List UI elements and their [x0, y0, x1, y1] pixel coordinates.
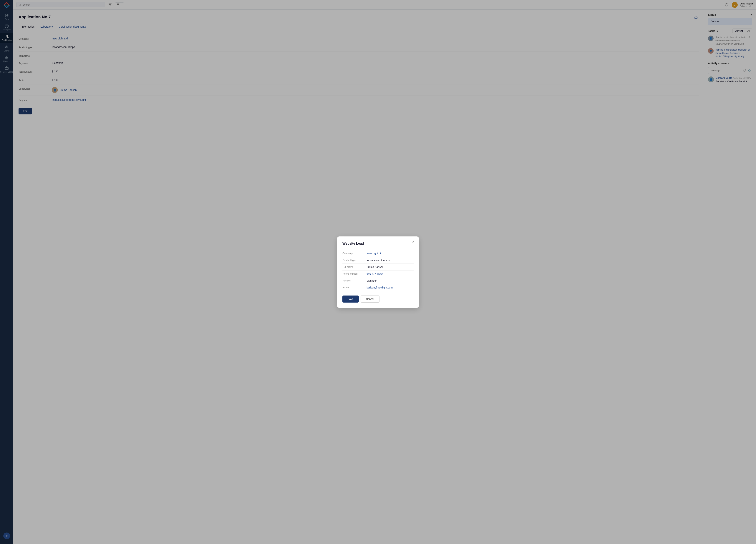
modal-phone-label: Phone number [342, 272, 367, 275]
modal-company-value[interactable]: New Light Ltd. [367, 252, 383, 255]
modal-title: Website Lead [342, 242, 414, 246]
modal: Website Lead × Company New Light Ltd. Pr… [337, 237, 419, 308]
modal-row-email: E-mail karlson@newlight.com [342, 284, 414, 291]
modal-email-value[interactable]: karlson@newlight.com [367, 286, 393, 289]
modal-actions: Save Cancel [342, 295, 414, 302]
modal-company-label: Company [342, 252, 367, 255]
modal-email-label: E-mail [342, 286, 367, 289]
modal-full-name-value: Emma Karlson [367, 266, 384, 269]
modal-row-product-type: Product type Incandescent lamps [342, 257, 414, 264]
modal-row-full-name: Full Name Emma Karlson [342, 264, 414, 271]
modal-full-name-label: Full Name [342, 266, 367, 268]
modal-row-position: Position Manager [342, 277, 414, 284]
modal-save-button[interactable]: Save [342, 295, 359, 302]
modal-overlay[interactable]: Website Lead × Company New Light Ltd. Pr… [0, 0, 756, 544]
modal-phone-value[interactable]: 646-777-1542 [367, 272, 383, 275]
modal-row-company: Company New Light Ltd. [342, 250, 414, 257]
modal-position-label: Position [342, 279, 367, 282]
modal-close-button[interactable]: × [411, 240, 416, 245]
modal-cancel-button[interactable]: Cancel [361, 295, 379, 302]
modal-product-type-value: Incandescent lamps [367, 259, 390, 262]
modal-row-phone: Phone number 646-777-1542 [342, 271, 414, 277]
modal-position-value: Manager [367, 279, 377, 282]
modal-product-type-label: Product type [342, 259, 367, 262]
